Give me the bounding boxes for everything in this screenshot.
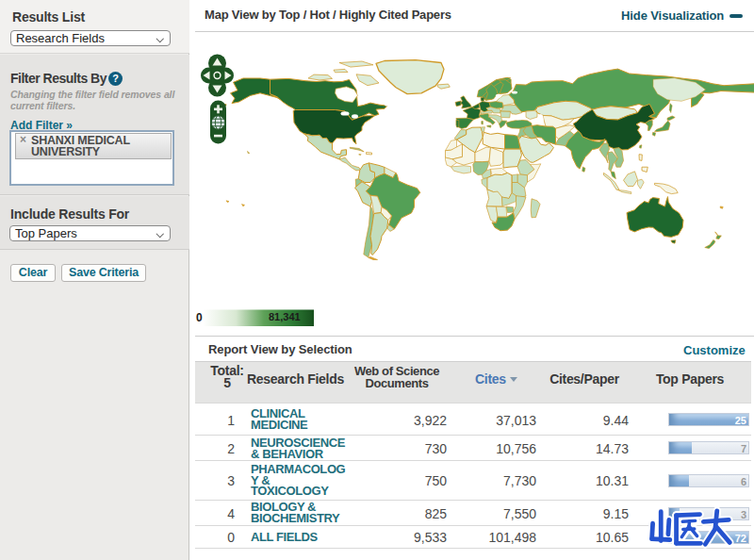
svg-text:81,341: 81,341 (269, 311, 301, 322)
svg-text:0: 0 (196, 311, 203, 324)
